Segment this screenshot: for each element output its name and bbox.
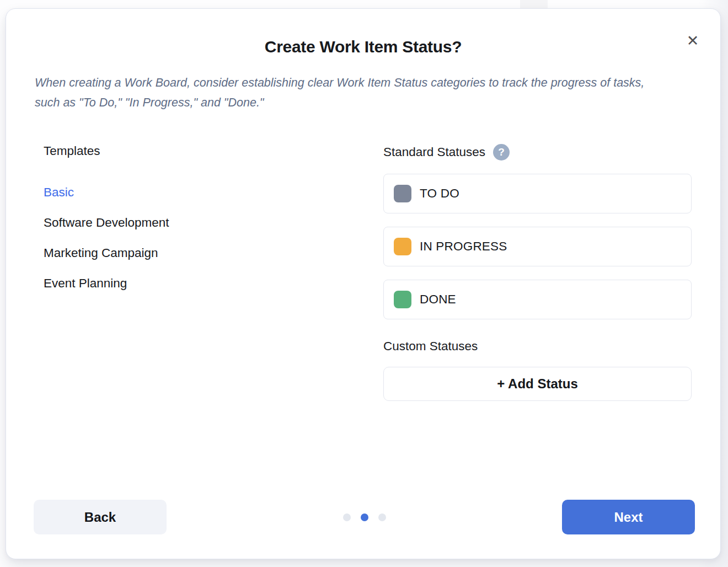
backdrop-notch [520, 0, 548, 9]
status-card-todo: TO DO [383, 174, 692, 213]
templates-heading: Templates [44, 144, 383, 158]
standard-statuses-header: Standard Statuses ? [383, 144, 692, 161]
template-item-software-development[interactable]: Software Development [44, 214, 383, 231]
pagination-dot-2-active [361, 513, 368, 521]
template-item-event-planning[interactable]: Event Planning [44, 275, 383, 292]
template-item-marketing-campaign[interactable]: Marketing Campaign [44, 244, 383, 261]
create-work-item-status-dialog: ✕ Create Work Item Status? When creating… [6, 8, 721, 559]
status-card-in-progress: IN PROGRESS [383, 227, 692, 266]
status-color-swatch-done [394, 291, 411, 308]
close-icon[interactable]: ✕ [682, 30, 704, 52]
pagination-dots [343, 513, 386, 521]
status-card-done: DONE [383, 280, 692, 319]
status-label: DONE [420, 292, 456, 307]
templates-section: Templates Basic Software Development Mar… [44, 144, 383, 401]
status-color-swatch-in-progress [394, 238, 411, 255]
template-item-basic[interactable]: Basic [44, 184, 383, 201]
back-button[interactable]: Back [34, 500, 167, 534]
help-icon[interactable]: ? [493, 144, 510, 161]
dialog-title: Create Work Item Status? [6, 38, 720, 56]
statuses-section: Standard Statuses ? TO DO IN PROGRESS DO… [383, 144, 692, 401]
pagination-dot-1 [343, 513, 351, 521]
standard-statuses-heading: Standard Statuses [383, 145, 485, 159]
dialog-description: When creating a Work Board, consider est… [35, 73, 648, 113]
add-status-button[interactable]: + Add Status [383, 367, 692, 401]
next-button[interactable]: Next [562, 500, 695, 534]
template-list: Basic Software Development Marketing Cam… [44, 184, 383, 292]
custom-statuses-heading: Custom Statuses [383, 339, 692, 354]
pagination-dot-3 [378, 513, 386, 521]
dialog-footer: Back Next [34, 500, 695, 534]
status-label: IN PROGRESS [420, 239, 507, 254]
status-label: TO DO [420, 186, 459, 201]
dialog-body: Templates Basic Software Development Mar… [6, 144, 720, 401]
status-color-swatch-todo [394, 185, 411, 202]
